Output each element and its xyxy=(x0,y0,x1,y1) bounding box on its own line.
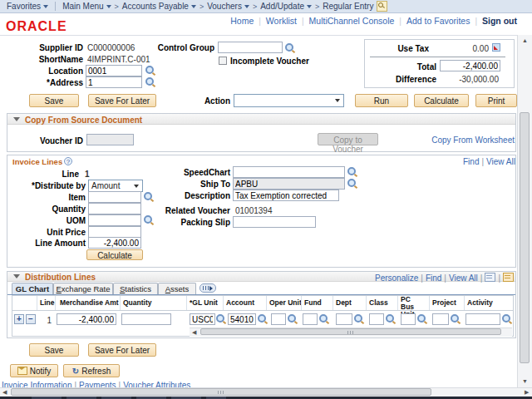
tab-assets[interactable]: Assets xyxy=(158,283,196,295)
speedchart-input[interactable] xyxy=(233,166,345,178)
save-for-later-button-bottom[interactable]: Save For Later xyxy=(88,343,156,357)
class-lookup-icon[interactable] xyxy=(386,314,396,324)
fund-lookup-icon[interactable] xyxy=(319,314,329,324)
control-group-lookup-icon[interactable] xyxy=(285,43,295,53)
save-button-bottom[interactable]: Save xyxy=(29,343,79,357)
add-row-button[interactable]: + xyxy=(14,314,24,324)
action-select[interactable] xyxy=(234,94,344,107)
account-input[interactable] xyxy=(228,313,256,325)
total-input[interactable] xyxy=(440,60,500,71)
grid-scroll-left-icon[interactable]: ◀ xyxy=(192,329,196,335)
breadcrumb-regular-entry[interactable]: Regular Entry xyxy=(323,2,373,11)
fund-input[interactable] xyxy=(303,313,318,325)
supplier-id-value: C000000006 xyxy=(87,43,135,52)
tab-exchange-rate[interactable]: Exchange Rate xyxy=(53,283,113,295)
multichannel-console-link[interactable]: MultiChannel Console xyxy=(309,16,395,26)
quantity-input[interactable] xyxy=(88,203,141,214)
scroll-left-icon[interactable]: ◀ xyxy=(2,389,7,395)
scroll-right-icon[interactable]: ▶ xyxy=(525,389,529,395)
uom-input[interactable] xyxy=(88,214,141,226)
copy-from-worksheet-link[interactable]: Copy From Worksheet xyxy=(431,135,515,145)
add-to-favorites-link[interactable]: Add to Favorites xyxy=(406,16,470,26)
invoice-view-all-link[interactable]: View All xyxy=(486,157,515,166)
search-icon[interactable] xyxy=(377,1,387,12)
row-quantity-input[interactable] xyxy=(121,313,171,325)
description-label: Description xyxy=(164,191,230,200)
scroll-up-icon[interactable]: ▲ xyxy=(522,37,528,43)
tab-gl-chart[interactable]: GL Chart xyxy=(12,283,53,295)
activity-input[interactable] xyxy=(466,313,500,325)
copy-from-worksheet-wrap: Copy From Worksheet xyxy=(399,135,515,145)
distribution-find-link[interactable]: Find xyxy=(426,273,441,283)
breadcrumb-vouchers[interactable]: Vouchers xyxy=(207,2,249,11)
worklist-link[interactable]: Worklist xyxy=(266,16,297,26)
shortname-value: 4IMPRINT.C-001 xyxy=(87,55,150,64)
line-amount-input[interactable] xyxy=(88,237,141,249)
address-lookup-icon[interactable] xyxy=(145,77,155,87)
vertical-scrollbar-thumb[interactable] xyxy=(520,112,530,363)
help-icon[interactable]: ? xyxy=(64,157,72,165)
invoice-find-link[interactable]: Find xyxy=(463,157,479,166)
collapse-triangle-icon[interactable] xyxy=(13,274,20,278)
merchandise-amt-input[interactable] xyxy=(57,313,116,325)
sign-out-link[interactable]: Sign out xyxy=(482,16,517,26)
gl-unit-input[interactable] xyxy=(190,313,215,325)
uom-lookup-icon[interactable] xyxy=(144,215,154,225)
pc-bus-unit-lookup-icon[interactable] xyxy=(417,314,427,324)
run-button[interactable]: Run xyxy=(355,94,408,107)
refresh-button[interactable]: ↻Refresh xyxy=(63,364,120,377)
ship-to-input[interactable] xyxy=(233,178,345,190)
delete-row-button[interactable]: − xyxy=(26,314,36,324)
description-input[interactable] xyxy=(233,190,339,201)
grid-scrollbar-thumb[interactable] xyxy=(200,328,501,335)
address-input[interactable] xyxy=(86,76,142,88)
save-button[interactable]: Save xyxy=(29,94,79,107)
speedchart-lookup-icon[interactable] xyxy=(347,167,357,177)
print-button[interactable]: Print xyxy=(475,94,517,107)
item-lookup-icon[interactable] xyxy=(144,192,154,202)
oper-unit-input[interactable] xyxy=(271,313,286,325)
address-label: *Address xyxy=(17,78,83,87)
download-grid-icon[interactable] xyxy=(485,273,495,282)
incomplete-voucher-checkbox[interactable] xyxy=(219,57,227,65)
use-tax-transfer-icon[interactable] xyxy=(492,43,500,52)
main-menu[interactable]: Main Menu xyxy=(62,2,111,11)
unit-price-input[interactable] xyxy=(88,226,141,238)
save-for-later-button[interactable]: Save For Later xyxy=(88,94,156,107)
home-link[interactable]: Home xyxy=(230,16,254,26)
project-input[interactable] xyxy=(432,313,449,325)
scroll-down-icon[interactable]: ▼ xyxy=(522,378,528,384)
tab-statistics[interactable]: Statistics xyxy=(113,283,158,295)
favorites-menu[interactable]: Favorites xyxy=(7,2,48,11)
oper-unit-lookup-icon[interactable] xyxy=(288,314,298,324)
control-group-input[interactable] xyxy=(218,42,283,53)
location-input[interactable] xyxy=(86,65,142,76)
distribution-view-all-link[interactable]: View All xyxy=(449,273,478,283)
activity-lookup-icon[interactable] xyxy=(502,314,512,324)
project-lookup-icon[interactable] xyxy=(451,314,461,324)
collapse-triangle-icon[interactable] xyxy=(13,117,20,121)
packing-slip-input[interactable] xyxy=(233,216,316,228)
show-all-columns-icon[interactable] xyxy=(200,283,216,293)
gl-unit-lookup-icon[interactable] xyxy=(216,314,226,324)
class-input[interactable] xyxy=(369,313,384,325)
divider xyxy=(429,296,430,310)
dept-lookup-icon[interactable] xyxy=(354,314,364,324)
distribute-by-select[interactable]: Amount xyxy=(88,180,143,192)
item-input[interactable] xyxy=(88,191,141,203)
location-lookup-icon[interactable] xyxy=(145,66,155,76)
zoom-grid-icon[interactable] xyxy=(503,273,514,282)
col-fund: Fund xyxy=(304,299,322,307)
divider: | xyxy=(498,273,500,283)
ship-to-lookup-icon[interactable] xyxy=(347,179,357,189)
notify-button[interactable]: Notify xyxy=(10,364,58,377)
dept-input[interactable] xyxy=(336,313,352,325)
calculate-button[interactable]: Calculate xyxy=(414,94,469,107)
personalize-link[interactable]: Personalize xyxy=(375,273,418,283)
horizontal-scrollbar-thumb[interactable] xyxy=(11,388,431,396)
pc-bus-unit-input[interactable] xyxy=(401,313,416,325)
account-lookup-icon[interactable] xyxy=(258,314,268,324)
calculate-line-button[interactable]: Calculate xyxy=(86,249,143,260)
breadcrumb-add-update[interactable]: Add/Update xyxy=(260,2,312,11)
breadcrumb-accounts-payable[interactable]: Accounts Payable xyxy=(122,2,196,11)
